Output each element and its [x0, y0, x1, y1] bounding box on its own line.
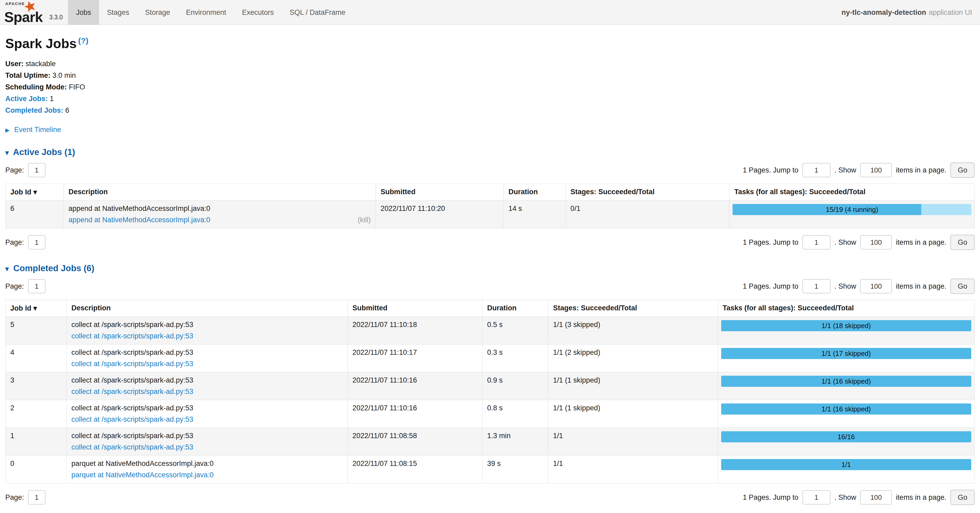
column-header-tasks[interactable]: Tasks (for all stages): Succeeded/Total	[718, 300, 974, 317]
job-description-link[interactable]: collect at /spark-scripts/spark-ad.py:53	[72, 360, 194, 368]
collapse-arrow-icon: ▾	[5, 149, 9, 157]
page-number-input[interactable]	[28, 163, 46, 177]
progress-label: 1/1 (18 skipped)	[721, 320, 971, 331]
items-per-page-input[interactable]	[860, 235, 892, 249]
description-cell: append at NativeMethodAccessorImpl.java:…	[64, 200, 375, 228]
tab-executors[interactable]: Executors	[234, 0, 282, 25]
completed-jobs-section-toggle[interactable]: ▾ Completed Jobs (6)	[5, 263, 975, 273]
column-header-tasks[interactable]: Tasks (for all stages): Succeeded/Total	[729, 184, 975, 200]
uptime-value: 3.0 min	[52, 71, 76, 79]
table-row: 4 collect at /spark-scripts/spark-ad.py:…	[6, 345, 975, 372]
go-button[interactable]: Go	[950, 279, 975, 294]
page-number-input[interactable]	[28, 279, 46, 294]
job-description: collect at /spark-scripts/spark-ad.py:53	[72, 376, 343, 384]
items-per-page-input[interactable]	[860, 163, 892, 177]
job-id-cell: 3	[6, 372, 67, 400]
column-header-job-id[interactable]: Job Id ▾	[6, 300, 67, 317]
column-header-description[interactable]: Description	[64, 184, 375, 200]
progress-label: 1/1	[721, 459, 971, 470]
submitted-cell: 2022/11/07 11:10:20	[375, 200, 503, 228]
column-header-duration[interactable]: Duration	[482, 300, 548, 317]
stages-cell: 1/1 (2 skipped)	[548, 345, 718, 372]
job-description-link[interactable]: collect at /spark-scripts/spark-ad.py:53	[72, 388, 194, 396]
spark-version: 3.3.0	[49, 14, 63, 21]
job-description-link[interactable]: append at NativeMethodAccessorImpl.java:…	[68, 216, 210, 224]
column-header-submitted[interactable]: Submitted	[347, 300, 482, 317]
completed-jobs-table: Job Id ▾ Description Submitted Duration …	[5, 300, 975, 483]
tab-environment[interactable]: Environment	[178, 0, 234, 25]
progress-label: 1/1 (17 skipped)	[721, 348, 971, 359]
application-ui-suffix: application UI	[929, 8, 972, 16]
tab-jobs[interactable]: Jobs	[68, 0, 99, 25]
application-info: ny-tlc-anomaly-detectionapplication UI	[842, 0, 980, 25]
description-cell: parquet at NativeMethodAccessorImpl.java…	[67, 456, 347, 483]
jump-to-input[interactable]	[802, 235, 830, 249]
description-cell: collect at /spark-scripts/spark-ad.py:53…	[67, 400, 347, 428]
jump-to-input[interactable]	[802, 163, 830, 177]
tab-storage[interactable]: Storage	[137, 0, 178, 25]
job-description-link[interactable]: parquet at NativeMethodAccessorImpl.java…	[72, 471, 213, 479]
page-label: Page:	[5, 282, 24, 291]
job-description-link[interactable]: collect at /spark-scripts/spark-ad.py:53	[72, 415, 194, 424]
page-number-input[interactable]	[28, 490, 46, 505]
duration-cell: 39 s	[482, 456, 548, 483]
items-text: items in a page.	[896, 282, 947, 291]
job-description-link[interactable]: collect at /spark-scripts/spark-ad.py:53	[72, 443, 194, 451]
tasks-progress-bar: 16/16	[721, 431, 971, 442]
kill-job-link[interactable]: (kill)	[358, 216, 371, 224]
job-description-link[interactable]: collect at /spark-scripts/spark-ad.py:53	[72, 332, 194, 340]
pagination-bar: Page: 1 Pages. Jump to . Show items in a…	[5, 162, 975, 178]
column-header-stages[interactable]: Stages: Succeeded/Total	[548, 300, 718, 317]
items-text: items in a page.	[896, 166, 947, 174]
job-description: collect at /spark-scripts/spark-ad.py:53	[72, 321, 343, 329]
active-jobs-link[interactable]: Active Jobs:	[5, 95, 48, 103]
user-value: stackable	[25, 60, 56, 68]
tab-sql-dataframe[interactable]: SQL / DataFrame	[282, 0, 353, 25]
column-header-job-id[interactable]: Job Id ▾	[6, 184, 64, 200]
tasks-progress-bar: 1/1 (17 skipped)	[721, 348, 971, 359]
page-number-input[interactable]	[28, 235, 46, 249]
page-title: Spark Jobs(?)	[5, 36, 975, 51]
completed-jobs-link[interactable]: Completed Jobs:	[5, 106, 63, 114]
table-row: 0 parquet at NativeMethodAccessorImpl.ja…	[6, 456, 975, 483]
go-button[interactable]: Go	[950, 490, 975, 505]
duration-cell: 0.9 s	[482, 372, 548, 400]
submitted-cell: 2022/11/07 11:10:16	[347, 400, 482, 428]
pagination-bar: Page: 1 Pages. Jump to . Show items in a…	[5, 279, 975, 294]
jump-to-input[interactable]	[802, 279, 830, 294]
event-timeline-label: Event Timeline	[14, 125, 61, 133]
description-cell: collect at /spark-scripts/spark-ad.py:53…	[67, 345, 347, 372]
show-text: . Show	[834, 494, 856, 502]
tasks-cell: 1/1 (17 skipped)	[718, 345, 974, 372]
description-cell: collect at /spark-scripts/spark-ad.py:53…	[67, 317, 347, 345]
jump-to-input[interactable]	[802, 490, 830, 505]
column-header-stages[interactable]: Stages: Succeeded/Total	[566, 184, 729, 200]
active-jobs-section-toggle[interactable]: ▾ Active Jobs (1)	[5, 147, 975, 157]
tasks-progress-bar: 1/1	[721, 459, 971, 470]
column-header-description[interactable]: Description	[67, 300, 347, 317]
help-link[interactable]: (?)	[78, 36, 88, 45]
column-header-duration[interactable]: Duration	[504, 184, 566, 200]
tasks-cell: 16/16	[718, 428, 974, 456]
job-description: collect at /spark-scripts/spark-ad.py:53	[72, 348, 343, 357]
duration-cell: 0.8 s	[482, 400, 548, 428]
job-description: parquet at NativeMethodAccessorImpl.java…	[72, 459, 343, 468]
items-per-page-input[interactable]	[860, 279, 892, 294]
stages-cell: 0/1	[566, 200, 729, 228]
items-per-page-input[interactable]	[860, 490, 892, 505]
submitted-cell: 2022/11/07 11:10:18	[347, 317, 482, 345]
duration-cell: 14 s	[504, 200, 566, 228]
jump-text: 1 Pages. Jump to	[743, 238, 799, 246]
tab-stages[interactable]: Stages	[99, 0, 137, 25]
event-timeline-toggle[interactable]: ▶ Event Timeline	[5, 125, 975, 134]
pagination-bar: Page: 1 Pages. Jump to . Show items in a…	[5, 235, 975, 250]
job-id-cell: 6	[6, 200, 64, 228]
job-summary: User: stackable Total Uptime: 3.0 min Sc…	[5, 60, 975, 114]
submitted-cell: 2022/11/07 11:08:58	[347, 428, 482, 456]
tasks-progress-bar: 1/1 (18 skipped)	[721, 320, 971, 331]
go-button[interactable]: Go	[950, 162, 975, 178]
go-button[interactable]: Go	[950, 235, 975, 250]
column-header-submitted[interactable]: Submitted	[375, 184, 503, 200]
scheduling-mode-value: FIFO	[69, 83, 85, 91]
progress-label: 16/16	[721, 431, 971, 442]
